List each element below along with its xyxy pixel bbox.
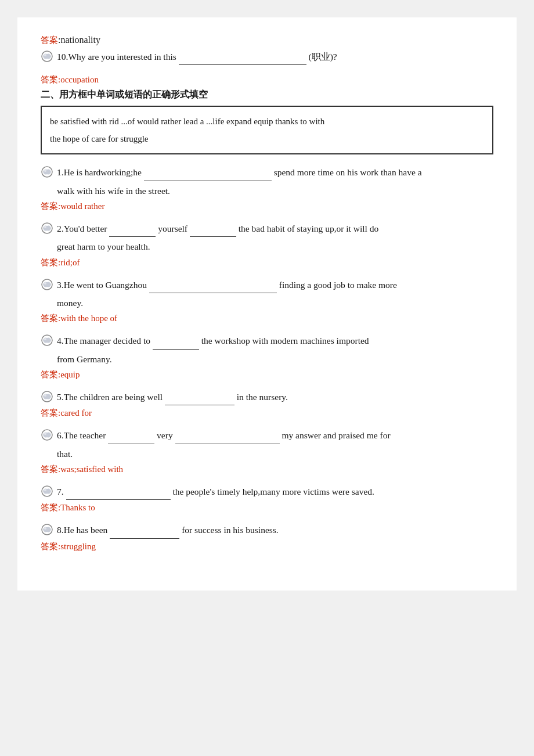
q8-blank xyxy=(110,523,179,538)
q10-text: 10.Why are you interested in this (职业)? xyxy=(57,49,493,65)
word-box-line1: be satisfied with rid ...of would rather… xyxy=(50,113,484,130)
q2-continuation: great harm to your health. xyxy=(57,239,493,254)
q8-line: 8.He has been for success in his busines… xyxy=(41,523,493,538)
q5-bullet-icon xyxy=(41,390,53,403)
svg-point-7 xyxy=(44,282,46,285)
svg-point-13 xyxy=(44,433,46,435)
section-heading: 二、用方框中单词或短语的正确形式填空 xyxy=(41,89,493,101)
q3-answer: 答案:with the hope of xyxy=(41,313,493,324)
q6-bullet-icon xyxy=(41,429,53,441)
q2-bullet-icon xyxy=(41,222,53,235)
q2-blank1 xyxy=(109,221,156,237)
q5-blank xyxy=(165,390,234,405)
question-6: 6.The teacher very my answer and praised… xyxy=(41,428,493,475)
q1-text: 1.He is hardworking;he spend more time o… xyxy=(57,165,493,181)
q2-answer: 答案:rid;of xyxy=(41,257,493,268)
q2-blank2 xyxy=(190,221,236,237)
answer-nationality: 答案:nationality xyxy=(41,35,493,46)
q4-text: 4.The manager decided to the workshop wi… xyxy=(57,333,493,349)
svg-point-5 xyxy=(44,226,46,228)
q5-line: 5.The children are being well in the nur… xyxy=(41,390,493,405)
answer-label-nationality: 答案 xyxy=(41,35,58,45)
q7-answer: 答案:Thanks to xyxy=(41,502,493,513)
q1-blank xyxy=(144,165,272,181)
q7-bullet-icon xyxy=(41,485,53,498)
q4-answer: 答案:equip xyxy=(41,369,493,380)
svg-point-15 xyxy=(44,489,46,491)
word-box-line2: the hope of care for struggle xyxy=(50,130,484,147)
q5-answer: 答案:cared for xyxy=(41,408,493,419)
q10-line: 10.Why are you interested in this (职业)? xyxy=(41,49,493,65)
q8-text: 8.He has been for success in his busines… xyxy=(57,523,493,538)
svg-point-11 xyxy=(44,394,46,397)
q3-text: 3.He went to Guangzhou finding a good jo… xyxy=(57,278,493,293)
svg-point-9 xyxy=(44,338,46,340)
q10-blank xyxy=(179,49,306,65)
svg-point-3 xyxy=(44,170,46,172)
q7-blank xyxy=(66,484,171,500)
q6-blank2 xyxy=(175,428,280,444)
q2-line: 2.You'd better yourself the bad habit of… xyxy=(41,221,493,237)
question-2: 2.You'd better yourself the bad habit of… xyxy=(41,221,493,268)
q6-answer: 答案:was;satisfied with xyxy=(41,464,493,475)
q3-continuation: money. xyxy=(57,296,493,311)
question-1: 1.He is hardworking;he spend more time o… xyxy=(41,165,493,212)
q4-blank xyxy=(153,333,199,349)
q3-blank xyxy=(149,278,277,293)
question-5: 5.The children are being well in the nur… xyxy=(41,390,493,419)
q6-line: 6.The teacher very my answer and praised… xyxy=(41,428,493,444)
q1-bullet-icon xyxy=(41,165,53,178)
q1-continuation: walk with his wife in the street. xyxy=(57,183,493,199)
q3-line: 3.He went to Guangzhou finding a good jo… xyxy=(41,278,493,293)
q5-text: 5.The children are being well in the nur… xyxy=(57,390,493,405)
q3-bullet-icon xyxy=(41,278,53,291)
svg-point-17 xyxy=(44,527,46,530)
word-box: be satisfied with rid ...of would rather… xyxy=(41,106,493,154)
question-4: 4.The manager decided to the workshop wi… xyxy=(41,333,493,380)
q7-line: 7. the people's timely help,many more vi… xyxy=(41,484,493,500)
q4-line: 4.The manager decided to the workshop wi… xyxy=(41,333,493,349)
q4-bullet-icon xyxy=(41,334,53,347)
answer-text-nationality: nationality xyxy=(60,35,100,45)
q10-bullet-icon xyxy=(41,50,53,63)
main-page: 答案:nationality 10.Why are you interested… xyxy=(17,17,517,591)
q8-bullet-icon xyxy=(41,523,53,536)
q8-answer: 答案:struggling xyxy=(41,541,493,552)
q1-answer: 答案:would rather xyxy=(41,201,493,212)
answer-occupation: 答案:occupation xyxy=(41,74,493,85)
q7-text: 7. the people's timely help,many more vi… xyxy=(57,484,493,500)
q2-text: 2.You'd better yourself the bad habit of… xyxy=(57,221,493,237)
svg-point-1 xyxy=(44,54,46,56)
q4-continuation: from Germany. xyxy=(57,352,493,367)
question-7: 7. the people's timely help,many more vi… xyxy=(41,484,493,513)
question-3: 3.He went to Guangzhou finding a good jo… xyxy=(41,278,493,325)
q6-text: 6.The teacher very my answer and praised… xyxy=(57,428,493,444)
question-10: 10.Why are you interested in this (职业)? xyxy=(41,49,493,65)
q6-blank1 xyxy=(108,428,154,444)
q6-continuation: that. xyxy=(57,447,493,462)
q1-line: 1.He is hardworking;he spend more time o… xyxy=(41,165,493,181)
question-8: 8.He has been for success in his busines… xyxy=(41,523,493,552)
